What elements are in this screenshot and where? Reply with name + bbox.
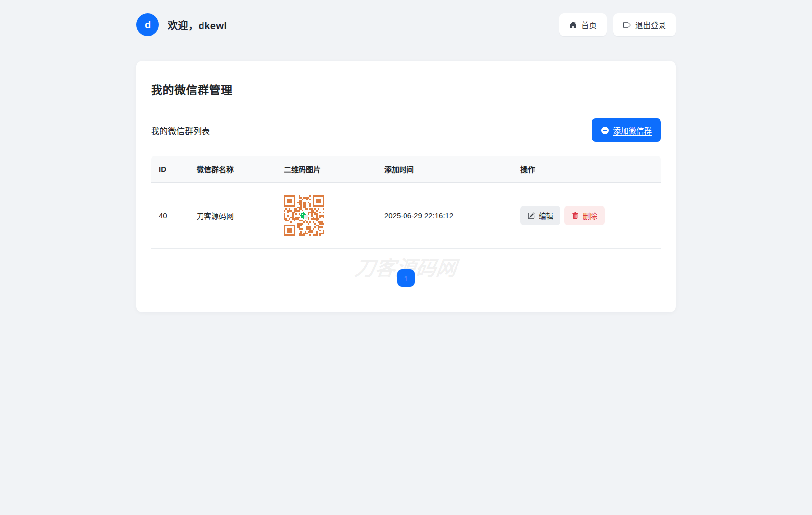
welcome-text: 欢迎，dkewl [168, 18, 227, 32]
groups-table: ID 微信群名称 二维码图片 添加时间 操作 40 刀客源码网 2025-06-… [151, 156, 661, 249]
delete-button-label: 删除 [583, 210, 597, 221]
col-header-time: 添加时间 [376, 156, 512, 183]
add-group-button[interactable]: 添加微信群 [592, 118, 661, 142]
col-header-qr: 二维码图片 [276, 156, 376, 183]
sign-out-icon [623, 21, 631, 29]
page-title: 我的微信群管理 [151, 81, 661, 97]
list-label: 我的微信群列表 [151, 124, 210, 137]
table-row: 40 刀客源码网 2025-06-29 22:16:12 编辑 [151, 183, 661, 249]
logout-button-label: 退出登录 [635, 19, 666, 30]
card-footer: 刀客源码网 1 [151, 249, 661, 297]
cell-id: 40 [151, 183, 189, 249]
header-divider [136, 46, 676, 46]
home-button-label: 首页 [581, 19, 597, 30]
table-header-row: ID 微信群名称 二维码图片 添加时间 操作 [151, 156, 661, 183]
cell-qr [276, 183, 376, 249]
toolbar: 我的微信群列表 添加微信群 [151, 118, 661, 142]
add-group-button-label: 添加微信群 [613, 125, 652, 136]
qr-code-image [284, 195, 324, 236]
cell-added-time: 2025-06-29 22:16:12 [376, 183, 512, 249]
avatar: d [136, 13, 159, 36]
home-button[interactable]: 首页 [559, 13, 607, 36]
topbar-actions: 首页 退出登录 [559, 13, 676, 36]
edit-button-label: 编辑 [539, 210, 553, 221]
topbar: d 欢迎，dkewl 首页 退出登录 [136, 13, 676, 36]
delete-button[interactable]: 删除 [564, 206, 605, 225]
col-header-actions: 操作 [512, 156, 661, 183]
trash-icon [572, 212, 579, 219]
home-icon [569, 21, 577, 29]
topbar-user: d 欢迎，dkewl [136, 13, 227, 36]
edit-button[interactable]: 编辑 [520, 206, 560, 225]
col-header-name: 微信群名称 [189, 156, 276, 183]
cell-actions: 编辑 删除 [512, 183, 661, 249]
pagination-page-1[interactable]: 1 [397, 269, 415, 287]
page-container: d 欢迎，dkewl 首页 退出登录 我的微信群管理 我的微信群列表 [136, 0, 676, 312]
col-header-id: ID [151, 156, 189, 183]
cell-name: 刀客源码网 [189, 183, 276, 249]
wechat-group-card: 我的微信群管理 我的微信群列表 添加微信群 ID 微信群名称 二维码图片 添加时… [136, 61, 676, 312]
logout-button[interactable]: 退出登录 [613, 13, 676, 36]
pencil-square-icon [528, 212, 535, 219]
plus-circle-icon [601, 127, 609, 134]
